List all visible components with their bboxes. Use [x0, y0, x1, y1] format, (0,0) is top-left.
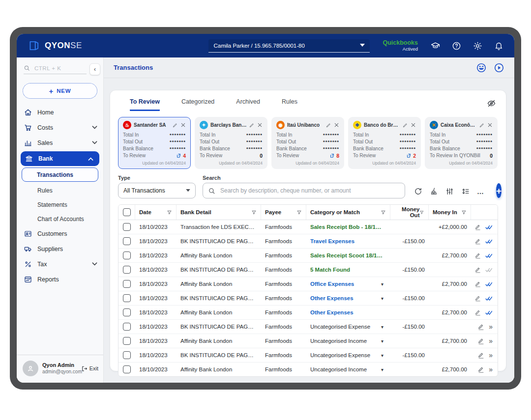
edit-icon[interactable] — [249, 122, 255, 128]
row-checkbox[interactable] — [123, 351, 131, 359]
bank-card-barclays[interactable]: ✦ Barclays Bank PLC Total In******* Tota… — [195, 117, 267, 169]
sidebar-item-costs[interactable]: Costs — [17, 120, 103, 135]
approve-match-icon[interactable] — [485, 238, 493, 245]
tab-archived[interactable]: Archived — [236, 98, 260, 111]
tab-to-review[interactable]: To Review — [130, 98, 160, 111]
close-icon[interactable] — [257, 122, 263, 128]
tab-categorized[interactable]: Categorized — [181, 98, 214, 111]
edit-icon[interactable] — [478, 366, 484, 373]
row-checkbox[interactable] — [123, 323, 131, 331]
filter-funnel-icon[interactable] — [167, 210, 172, 215]
sidebar-item-chart-of-accounts[interactable]: Chart of Accounts — [17, 212, 103, 226]
close-icon[interactable] — [180, 122, 186, 128]
approve-match-icon[interactable] — [485, 281, 493, 287]
expand-row-icon[interactable]: » — [489, 337, 493, 344]
edit-icon[interactable] — [403, 122, 408, 128]
close-icon[interactable] — [487, 122, 493, 128]
approve-match-icon[interactable] — [485, 224, 493, 230]
graduation-cap-icon[interactable] — [431, 41, 440, 51]
hide-balances-eye-off-icon[interactable] — [487, 99, 496, 108]
company-select[interactable]: Camila Parker / 15.965.785/0001-80 — [208, 39, 370, 53]
category-dropdown-caret-icon[interactable]: ▾ — [381, 324, 386, 330]
sidebar-item-rules[interactable]: Rules — [17, 183, 103, 197]
edit-icon[interactable] — [478, 323, 484, 330]
filter-funnel-icon[interactable] — [461, 210, 467, 215]
row-checkbox[interactable] — [123, 252, 131, 259]
row-checkbox[interactable] — [123, 365, 131, 373]
sidebar-item-statements[interactable]: Statements — [17, 197, 103, 212]
cell-category[interactable]: Other Expenses — [310, 309, 354, 315]
category-dropdown-caret-icon[interactable]: ▾ — [381, 281, 386, 287]
expand-row-icon[interactable]: » — [489, 366, 493, 373]
filter-funnel-icon[interactable] — [296, 210, 302, 215]
exit-button[interactable]: Exit — [81, 365, 98, 372]
bank-card-banco-do-brasil[interactable]: ❖ Banco do Brasil Total In******* Total … — [348, 117, 421, 169]
feedback-smiley-icon[interactable] — [476, 62, 487, 73]
edit-icon[interactable] — [479, 122, 485, 128]
cell-category[interactable]: Uncategorised Income — [310, 366, 367, 372]
edit-icon[interactable] — [475, 309, 481, 316]
expand-row-icon[interactable]: » — [489, 352, 493, 359]
sidebar-search[interactable] — [24, 65, 87, 74]
edit-icon[interactable] — [475, 224, 481, 230]
close-icon[interactable] — [334, 122, 339, 128]
sidebar-item-suppliers[interactable]: Suppliers — [17, 241, 103, 256]
edit-icon[interactable] — [173, 122, 178, 128]
settings-gear-icon[interactable] — [473, 41, 482, 51]
external-link-icon[interactable] — [176, 153, 181, 158]
refresh-icon[interactable] — [414, 187, 422, 196]
broom-clean-icon[interactable] — [430, 187, 438, 196]
sidebar-item-home[interactable]: Home — [17, 105, 103, 120]
tab-rules[interactable]: Rules — [282, 98, 297, 111]
sidebar-item-transactions[interactable]: Transactions — [22, 168, 98, 182]
select-all-checkbox[interactable] — [123, 208, 131, 216]
cell-category[interactable]: Sales Receipt Scoot 18/10/2023 - £2700,0… — [310, 252, 384, 258]
row-checkbox[interactable] — [123, 308, 131, 316]
tour-play-icon[interactable] — [494, 62, 504, 73]
sidebar-item-customers[interactable]: Customers — [17, 226, 103, 241]
cell-category[interactable]: Uncategorised Income — [310, 338, 367, 344]
approve-match-icon[interactable] — [485, 252, 493, 259]
category-dropdown-caret-icon[interactable]: ▾ — [381, 296, 386, 301]
category-dropdown-caret-icon[interactable]: ▾ — [381, 353, 386, 358]
row-checkbox[interactable] — [123, 237, 131, 245]
category-dropdown-caret-icon[interactable]: ▾ — [381, 367, 386, 372]
search-input[interactable] — [219, 187, 400, 195]
bank-card-caixa[interactable]: ✕ Caixa Econômica Federal Total In******… — [425, 117, 498, 169]
row-checkbox[interactable] — [123, 337, 131, 345]
external-link-icon[interactable] — [406, 153, 411, 158]
cell-category[interactable]: Other Expenses — [310, 295, 354, 301]
cell-category[interactable]: Office Expenses — [310, 281, 354, 287]
filter-funnel-icon[interactable] — [251, 210, 257, 215]
close-icon[interactable] — [411, 122, 416, 128]
row-checkbox[interactable] — [123, 266, 131, 274]
sidebar-item-reports[interactable]: Reports — [17, 272, 103, 287]
cell-category[interactable]: Uncategorised Expense — [310, 352, 370, 358]
cell-category[interactable]: 5 Match Found — [310, 267, 350, 273]
row-checkbox[interactable] — [123, 280, 131, 288]
new-button[interactable]: + NEW — [23, 83, 97, 99]
expand-row-icon[interactable]: » — [489, 323, 493, 330]
approve-match-icon[interactable] — [485, 309, 493, 316]
bank-card-itau[interactable]: ◉ Itaú Unibanco Total In******* Total Ou… — [271, 117, 344, 169]
edit-icon[interactable] — [475, 280, 481, 287]
category-dropdown-caret-icon[interactable]: ▾ — [381, 338, 386, 344]
edit-icon[interactable] — [326, 122, 331, 128]
sidebar-search-input[interactable] — [33, 65, 75, 72]
row-height-sort-icon[interactable] — [461, 187, 470, 196]
sidebar-item-bank[interactable]: Bank — [21, 151, 99, 166]
search-box[interactable] — [203, 183, 405, 198]
filter-funnel-icon[interactable] — [381, 210, 386, 215]
add-transaction-button[interactable]: + — [496, 183, 502, 198]
cell-category[interactable]: Travel Expenses — [310, 238, 354, 244]
edit-icon[interactable] — [475, 295, 481, 302]
sidebar-item-sales[interactable]: Sales — [17, 135, 103, 150]
more-options-icon[interactable]: … — [477, 189, 484, 194]
external-link-icon[interactable] — [329, 153, 334, 158]
bank-card-santander[interactable]: ♨ Santander SA Total In******* Total Out… — [118, 117, 191, 169]
edit-icon[interactable] — [475, 252, 481, 259]
tune-sliders-icon[interactable] — [445, 187, 454, 196]
row-checkbox[interactable] — [123, 223, 131, 231]
type-select[interactable]: All Transactions — [118, 183, 196, 198]
edit-icon[interactable] — [475, 266, 481, 273]
